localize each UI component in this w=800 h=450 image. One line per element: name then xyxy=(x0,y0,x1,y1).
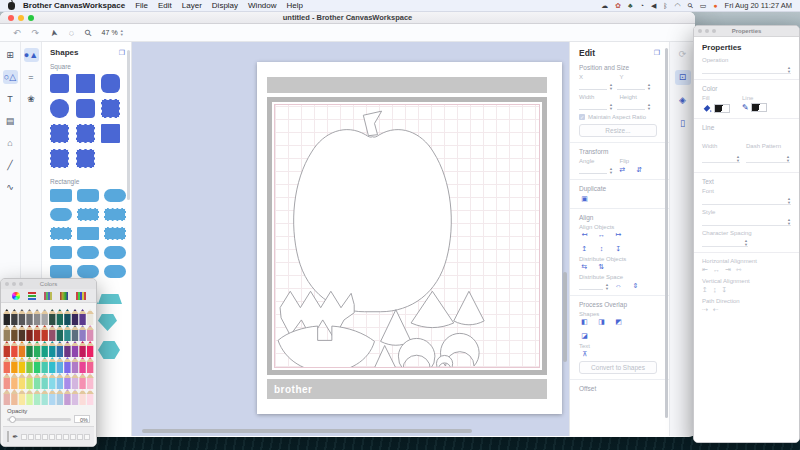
pencil-swatch[interactable] xyxy=(11,357,19,373)
square-shape-tile[interactable] xyxy=(101,74,120,93)
square-shape-tile[interactable] xyxy=(50,149,69,168)
align-text-left-icon[interactable]: ⇤ xyxy=(702,266,708,274)
align-bottom-icon[interactable]: ↧ xyxy=(613,245,624,253)
canvas-horizontal-scrollbar[interactable] xyxy=(142,429,472,433)
opacity-slider-thumb[interactable] xyxy=(9,416,16,423)
color-wheel-icon[interactable] xyxy=(11,291,21,301)
pencil-swatch[interactable] xyxy=(11,373,19,389)
window-titlebar[interactable]: untitled - Brother CanvasWorkspace xyxy=(0,12,695,24)
rectangle-shape-tile[interactable] xyxy=(77,227,99,240)
pencil-swatch[interactable] xyxy=(86,389,94,405)
pencil-swatch[interactable] xyxy=(11,309,19,325)
menu-item[interactable]: Edit xyxy=(158,1,172,10)
y-field[interactable]: ▲▼ xyxy=(617,82,651,90)
rectangle-shape-tile[interactable] xyxy=(50,265,72,278)
clock-icon[interactable]: ◔ xyxy=(640,2,644,9)
maintain-aspect-checkbox[interactable]: ✓ xyxy=(579,114,585,120)
x-field[interactable]: ▲▼ xyxy=(579,82,613,90)
pencil-swatch[interactable] xyxy=(26,389,34,405)
opacity-value[interactable]: 0% xyxy=(74,415,90,423)
detach-edit-panel-icon[interactable]: ❐ xyxy=(654,49,660,57)
pencil-swatch[interactable] xyxy=(33,373,41,389)
align-top-icon[interactable]: ↥ xyxy=(579,245,590,253)
line-width-field[interactable]: ▲▼ xyxy=(702,154,740,163)
pencil-swatch[interactable] xyxy=(79,341,87,357)
pencil-swatch[interactable] xyxy=(79,389,87,405)
line-tool-icon[interactable]: ╱ xyxy=(3,158,18,172)
character-spacing-field[interactable]: ▲▼ xyxy=(702,238,748,247)
rectangle-shape-tile[interactable] xyxy=(77,246,99,259)
pencil-swatch[interactable] xyxy=(3,325,11,341)
dash-pattern-field[interactable]: ▲▼ xyxy=(746,154,790,163)
square-shape-tile[interactable] xyxy=(76,149,95,168)
pencil-swatch[interactable] xyxy=(26,357,34,373)
polygon-shape-tile[interactable] xyxy=(98,294,122,304)
pencil-swatch[interactable] xyxy=(86,357,94,373)
pencil-swatch[interactable] xyxy=(79,357,87,373)
page-tab-icon[interactable]: ▯ xyxy=(675,116,691,131)
square-shape-tile[interactable] xyxy=(50,124,69,143)
pencil-swatch[interactable] xyxy=(86,309,94,325)
menu-item[interactable]: File xyxy=(135,1,148,10)
shapes-panel-scrollbar[interactable] xyxy=(127,50,130,200)
select-tool-icon[interactable]: ➤ xyxy=(47,26,61,40)
align-left-icon[interactable]: ↤ xyxy=(579,231,590,239)
path-forward-icon[interactable]: ⇢ xyxy=(702,306,708,314)
align-text-bottom-icon[interactable]: ↧ xyxy=(721,286,727,294)
rectangle-shape-tile[interactable] xyxy=(77,189,99,202)
pencil-swatch[interactable] xyxy=(33,357,41,373)
pencil-swatch[interactable] xyxy=(41,357,49,373)
pencil-swatch[interactable] xyxy=(26,325,34,341)
volume-icon[interactable]: ◀ xyxy=(651,2,656,10)
pencil-swatch[interactable] xyxy=(18,309,26,325)
canvas-area[interactable]: brother xyxy=(132,42,569,436)
square-shape-tile[interactable] xyxy=(101,99,120,118)
pencil-swatch[interactable] xyxy=(64,341,72,357)
pencil-swatch[interactable] xyxy=(18,357,26,373)
font-dropdown[interactable]: ▲▼ xyxy=(702,196,791,205)
undo-icon[interactable]: ↶ xyxy=(10,26,24,40)
flip-horizontal-icon[interactable]: ⇄ xyxy=(617,166,628,174)
pencil-swatch[interactable] xyxy=(64,325,72,341)
pencil-swatch[interactable] xyxy=(56,373,64,389)
pencil-swatch[interactable] xyxy=(26,341,34,357)
pencil-swatch[interactable] xyxy=(71,373,79,389)
pencil-swatch[interactable] xyxy=(86,373,94,389)
fill-color-swatch[interactable] xyxy=(714,104,730,113)
design-page[interactable]: brother xyxy=(257,62,562,414)
pencil-swatch[interactable] xyxy=(48,341,56,357)
menu-item[interactable]: Display xyxy=(212,1,238,10)
pencil-swatch[interactable] xyxy=(71,341,79,357)
menubar-clock[interactable]: Fri Aug 20 11:27 AM xyxy=(725,1,792,10)
canvas-vertical-scrollbar[interactable] xyxy=(563,272,567,362)
pencil-swatch[interactable] xyxy=(64,309,72,325)
pencil-swatch[interactable] xyxy=(64,357,72,373)
pencil-swatch[interactable] xyxy=(56,341,64,357)
pencil-swatch[interactable] xyxy=(64,389,72,405)
angle-field[interactable]: ▲▼ xyxy=(579,166,613,174)
canvas-objects[interactable] xyxy=(275,105,539,367)
print-scan-icon[interactable]: ▤ xyxy=(3,114,18,128)
pencil-swatch[interactable] xyxy=(56,389,64,405)
pencil-swatch[interactable] xyxy=(41,309,49,325)
align-text-middle-icon[interactable]: ↨ xyxy=(713,286,717,294)
pencil-swatch[interactable] xyxy=(33,325,41,341)
menu-item[interactable]: Layer xyxy=(182,1,202,10)
align-text-center-icon[interactable]: ↔ xyxy=(713,266,720,274)
machine-transfer-icon[interactable]: ⊞ xyxy=(3,48,18,62)
edit-panel-scrollbar[interactable] xyxy=(665,48,668,418)
pencils-icon[interactable] xyxy=(75,291,87,301)
pencil-swatch[interactable] xyxy=(11,389,19,405)
align-right-icon[interactable]: ↦ xyxy=(613,231,624,239)
pencil-swatch[interactable] xyxy=(41,389,49,405)
pencil-swatch[interactable] xyxy=(71,325,79,341)
current-color-swatch[interactable] xyxy=(7,431,9,442)
rectangle-shape-tile[interactable] xyxy=(104,208,126,221)
palette-icon[interactable] xyxy=(43,291,53,301)
pencil-swatch[interactable] xyxy=(33,309,41,325)
tree-app-icon[interactable]: ♣ xyxy=(628,2,633,9)
properties-titlebar[interactable]: Properties xyxy=(694,26,799,37)
square-shape-tile[interactable] xyxy=(76,124,95,143)
patterns-category-icon[interactable]: ❀ xyxy=(24,92,39,106)
pencil-swatch[interactable] xyxy=(3,357,11,373)
